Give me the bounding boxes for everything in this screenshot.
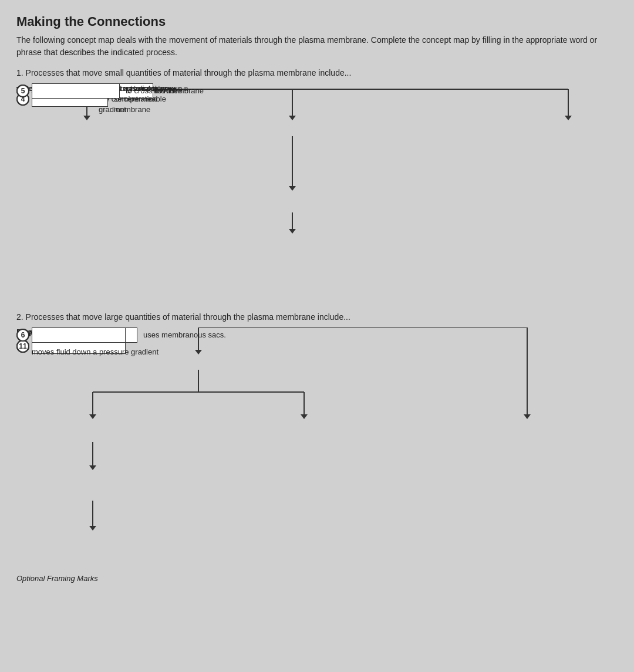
svg-marker-21 xyxy=(89,465,96,470)
map2-arrows xyxy=(16,327,621,574)
svg-marker-4 xyxy=(289,116,296,120)
page-title: Making the Connections xyxy=(16,14,618,29)
svg-marker-10 xyxy=(289,229,296,234)
svg-marker-17 xyxy=(89,414,96,419)
section2-label: 2. Processes that move large quantities … xyxy=(16,312,618,322)
section1-label: 1. Processes that move small quantities … xyxy=(16,68,618,77)
circle-6: 6 xyxy=(16,329,29,342)
answer-box-5[interactable] xyxy=(32,83,120,99)
concept-map-1: 1 requires ATP and a 2 to move material … xyxy=(16,83,618,306)
svg-marker-23 xyxy=(89,526,96,531)
concept-map-2: 7 uses membranous sacs. Movement into a … xyxy=(16,327,618,562)
map1-arrows xyxy=(16,83,621,306)
answer-box-6[interactable] xyxy=(32,327,126,343)
svg-marker-12 xyxy=(195,350,202,354)
node6-section: 6 moves fluid down a pressure gradient xyxy=(16,327,158,358)
svg-marker-8 xyxy=(289,186,296,191)
svg-marker-19 xyxy=(301,414,308,419)
circle-5: 5 xyxy=(16,85,29,97)
node5-row: 5 to cross the membrane xyxy=(16,83,204,99)
footer-text: Optional Framing Marks xyxy=(16,574,618,583)
node5-text: to cross the membrane xyxy=(126,86,204,96)
intro-text: The following concept map deals with the… xyxy=(16,34,618,59)
node6-text: moves fluid down a pressure gradient xyxy=(32,346,158,358)
svg-marker-6 xyxy=(565,116,572,120)
svg-marker-25 xyxy=(524,414,531,419)
svg-marker-2 xyxy=(83,116,90,120)
